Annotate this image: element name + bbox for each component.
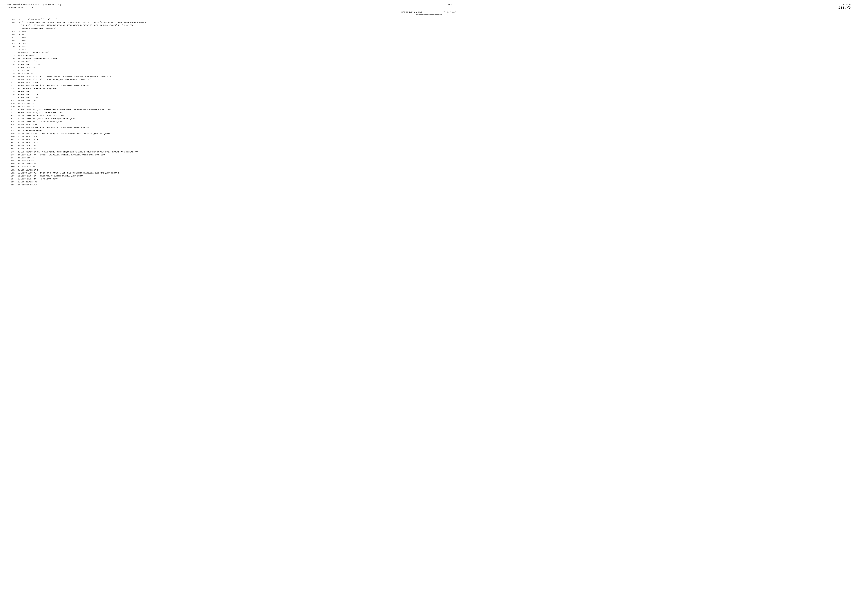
- row-index2: 47: [15, 162, 20, 165]
- table-row: 52927С138-91* 1*: [8, 102, 850, 105]
- row-content: Е18-116#5-2* 5,8* * ТО ЖЕ КН28-2,9К*: [20, 111, 850, 114]
- row-index1: 549: [8, 162, 15, 165]
- row-index2: 29: [15, 108, 20, 111]
- row-content: П ВСПОМОГАТЕЛЬНАЯ 4ПСТЬ ЗДАНИЯ*: [20, 87, 850, 90]
- row-content: С138-91* 2*: [20, 69, 850, 72]
- header-right: 571779 2864/9: [838, 4, 850, 10]
- row-index2: 2: [15, 21, 20, 24]
- row-content: Е16-219#22* 139*: [20, 81, 850, 84]
- edition: ( РЕДАКЦИЯ 6.1 ): [43, 4, 61, 6]
- row-index2: 52: [15, 177, 20, 180]
- row-index1: 539: [8, 132, 15, 135]
- table-row: 52422П ВСПОМОГАТЕЛЬНАЯ 4ПСТЬ ЗДАНИЯ*: [8, 87, 850, 90]
- row-index2: 11: [15, 54, 20, 57]
- row-index2: 45: [15, 156, 20, 159]
- table-row: 55452С138-1791* 4* * ТО ЖЕ ДИАМ 32ММ*: [8, 177, 850, 180]
- table-row: 51816С138-91* 2*: [8, 69, 850, 72]
- row-index1: 586: [8, 33, 15, 36]
- table-row: 54543Е20-696#18-1* 31* * ЗАКЛАДНЫЕ КОНСТ…: [8, 151, 850, 153]
- row-index1: 532: [8, 111, 15, 114]
- row-content: Д4-З*: [20, 48, 850, 51]
- row-index1: 522: [8, 81, 15, 84]
- row-index1: 585: [8, 30, 15, 33]
- table-row: 53432Е18-116#5-2* 2,9* * ТО ЖЕ ПРОХОДНЫЕ…: [8, 117, 850, 120]
- row-index1: 541: [8, 138, 15, 141]
- table-row: 54139Е16-368*7-1* 10*: [8, 138, 850, 141]
- row-index1: 533: [8, 114, 15, 117]
- row-index1: 551: [8, 168, 15, 171]
- row-index1: 524: [8, 87, 15, 90]
- row-content: П ПРОИЗВОДСТВЕННАЯ 4АСТЬ ЗДАНИЯ*: [20, 57, 850, 60]
- row-index2: 24: [15, 93, 20, 96]
- table-row: 55149Е16-136#12-1* 2*: [8, 168, 850, 171]
- row-index1: 555: [8, 180, 15, 184]
- row-content: Е16-136#12-1* 2*: [20, 168, 850, 171]
- row-index1: 536: [8, 123, 15, 126]
- data-table: 58313571779* Н9Г1В1М1* * * 1* * * * *584…: [8, 18, 850, 187]
- row-content: Д2-Б*: [20, 30, 850, 33]
- row-index1: 537: [8, 126, 15, 129]
- table-row: 5119Д4-З*: [8, 48, 850, 51]
- row-index2: 25: [15, 96, 20, 99]
- row-content: Е18-116#5-2* 10,5* * ТО ЖЕ КН28-3,5К*: [20, 114, 850, 117]
- header-left: ПРОГРАММНЫЙ КОМПЛЕКС АВС-ЗЕС ( РЕДАКЦИЯ …: [8, 4, 61, 9]
- row-index1: 519: [8, 72, 15, 75]
- row-index2: 16: [15, 69, 20, 72]
- row-index1: 589: [8, 42, 15, 45]
- row-index1: 528: [8, 99, 15, 102]
- table-row: 55553Е16-219#22* 40*: [8, 180, 850, 184]
- table-row: 53129Е18-116#5-2* 2,8* * КОНВЕКТОРЫ ОТОП…: [8, 108, 850, 111]
- row-index2: 43: [15, 151, 20, 153]
- row-content: Е18-196#11-6* 2*: [20, 66, 850, 69]
- table-row: 53230Е18-116#5-2* 5,8* * ТО ЖЕ КН28-2,9К…: [8, 111, 850, 114]
- row-index2: 50: [15, 171, 20, 174]
- table-row: 55654Н15=45* Н21=8*: [8, 184, 850, 186]
- row-content: Е16-378*7-1* 14*: [20, 141, 850, 144]
- row-content: С138-1039* 7* * КРАНЫ ТРЁХХОДОВЫЕ НАТЯЖН…: [20, 153, 850, 156]
- row-content: Е20-696#18-1* 31* * ЗАКЛАДНЫЕ КОНСТРУКЦИ…: [20, 151, 850, 153]
- row-index1: 584: [8, 21, 15, 24]
- row-index1: 550: [8, 165, 15, 168]
- program-label: ПРОГРАММНЫЙ КОМПЛЕКС АВС-ЗЕС: [8, 4, 39, 6]
- table-row: 53331Е18-116#5-2* 10,5* * ТО ЖЕ КН28-3,5…: [8, 114, 850, 117]
- table-row: 54947Е16-134#12-1* 4*: [8, 162, 850, 165]
- row-index2: 23: [15, 90, 20, 93]
- row-index2: 44: [15, 153, 20, 156]
- row-index1: 547: [8, 156, 15, 159]
- row-index2: 31: [15, 114, 20, 117]
- row-index2: 6: [15, 39, 20, 42]
- table-row: 54644С138-1039* 7* * КРАНЫ ТРЁХХОДОВЫЕ Н…: [8, 153, 850, 156]
- row-index1: 520: [8, 75, 15, 78]
- row-index2: 53: [15, 180, 20, 184]
- table-row: 53735Е15-514#154-6(Н1б=45)(Н21=0)* 10* *…: [8, 126, 850, 129]
- row-content: Д4-А*: [20, 45, 850, 48]
- row-index1: 545: [8, 151, 15, 153]
- row-index2: 15: [15, 66, 20, 69]
- row-index1: [8, 27, 15, 30]
- row-content: Д2-С*: [20, 39, 850, 42]
- table-row: 51513Е16-358*7-1* 3*: [8, 60, 850, 63]
- row-index2: 14: [15, 63, 20, 66]
- table-row: 5886Д2-С*: [8, 39, 850, 42]
- row-index1: 523: [8, 84, 15, 87]
- row-index1: 556: [8, 184, 15, 186]
- row-index1: 517: [8, 66, 15, 69]
- row-index1: 535: [8, 120, 15, 123]
- table-row: 55250СТ138-2059(=3)* 2* 19,8* СТОИМОСТЬ …: [8, 171, 850, 174]
- row-index2: 40: [15, 141, 20, 144]
- row-content: С138-129* 4*: [20, 165, 850, 168]
- row-content: Е16-368*7-1* 10*: [20, 138, 850, 141]
- row-content: Е18-116#5-2* 52,5* * КОНВЕКТОРЫ ОТОПИТЕЛ…: [20, 75, 850, 78]
- row-content: Д3-Д*: [20, 42, 850, 45]
- table-row: 53634Е16-219#22* 56*: [8, 123, 850, 126]
- table-row: 53028С138-92* 2*: [8, 105, 850, 108]
- row-index2: 38: [15, 135, 20, 138]
- row-content: 3571779* Н9Г1В1М1* * * 1* * * * *: [20, 18, 850, 21]
- row-index2: [15, 27, 20, 30]
- row-index1: 588: [8, 39, 15, 42]
- row-index1: 546: [8, 153, 15, 156]
- row-index1: 510: [8, 45, 15, 48]
- row-content: С138-91* 1*: [20, 102, 850, 105]
- table-row: 53836П УЗЛЯ УПРАВЛЕНИЯ*: [8, 129, 850, 132]
- row-content: С138-91* 4*: [20, 156, 850, 159]
